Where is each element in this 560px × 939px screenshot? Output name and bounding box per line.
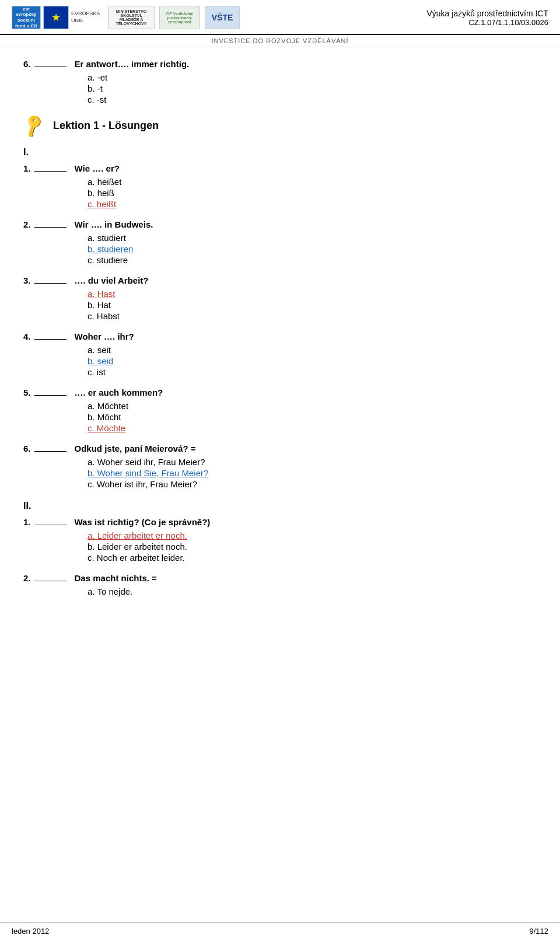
q2-number: 2. xyxy=(23,219,31,229)
q4-answer-b: b. seid xyxy=(88,356,537,366)
q4-blank xyxy=(34,339,66,340)
ii-q1-answers: a. Leider arbeitet er noch. b. Leider er… xyxy=(88,530,537,563)
answer-c: c. -st xyxy=(88,95,537,104)
header-code: CZ.1.07/1.1.10/03.0026 xyxy=(426,18,548,27)
q1-answer-a: a. heißet xyxy=(88,177,537,187)
ii-q2-text: Das macht nichts. = xyxy=(75,573,157,583)
ii-q1-answer-b: b. Leider er arbeitet noch. xyxy=(88,542,537,551)
intro-q6-number: 6. xyxy=(23,59,31,69)
section-I-q5: 5. …. er auch kommen? a. Möchtet b. Möch… xyxy=(23,388,537,433)
q5-header: 5. …. er auch kommen? xyxy=(23,388,537,397)
q3-answer-b: b. Hat xyxy=(88,300,537,310)
q6-answer-b: b. Woher sind Sie, Frau Meier? xyxy=(88,468,537,478)
ii-q1-text: Was ist richtig? (Co je správně?) xyxy=(75,517,211,527)
ii-q2-answer-a: a. To nejde. xyxy=(88,587,537,596)
q6-blank xyxy=(34,451,66,452)
ii-q1-number: 1. xyxy=(23,517,31,527)
q5-answer-b: b. Möcht xyxy=(88,412,537,422)
q6-header: 6. Odkud jste, paní Meierová? = xyxy=(23,444,537,453)
q5-text: …. er auch kommen? xyxy=(75,388,163,397)
ii-q2-answers: a. To nejde. xyxy=(88,587,537,596)
op-logo: OP Vzdělávánípro konkuren-ceschopnost xyxy=(159,6,200,29)
q6-answers: a. Woher seid ihr, Frau Meier? b. Woher … xyxy=(88,457,537,489)
section-II-q2: 2. Das macht nichts. = a. To nejde. xyxy=(23,573,537,596)
q5-answers: a. Möchtet b. Möcht c. Möchte xyxy=(88,401,537,433)
investice-bar: INVESTICE DO ROZVOJE VZDĚLÁVÁNÍ xyxy=(0,35,560,47)
footer-left: leden 2012 xyxy=(12,927,49,935)
intro-q6-text: Er antwort…. immer richtig. xyxy=(75,59,190,69)
q6-number: 6. xyxy=(23,444,31,453)
section-I-q2: 2. Wir …. in Budweis. a. studiert b. stu… xyxy=(23,219,537,265)
q6-text: Odkud jste, paní Meierová? = xyxy=(75,444,196,453)
q3-text: …. du viel Arbeit? xyxy=(75,275,149,285)
q5-answer-a: a. Möchtet xyxy=(88,401,537,411)
q1-number: 1. xyxy=(23,163,31,173)
intro-q6-answers: a. -et b. -t c. -st xyxy=(88,72,537,104)
eu-text: EVROPSKÁ UNIE xyxy=(71,11,103,24)
q1-answer-c: c. heißt xyxy=(88,199,537,209)
header-right: Výuka jazyků prostřednictvím ICT CZ.1.07… xyxy=(426,9,548,27)
page-footer: leden 2012 9/112 xyxy=(0,923,560,939)
q2-header: 2. Wir …. in Budweis. xyxy=(23,219,537,229)
q4-answer-c: c. ist xyxy=(88,367,537,377)
q2-answers: a. studiert b. studieren c. studiere xyxy=(88,233,537,265)
q3-blank xyxy=(34,283,66,284)
q1-text: Wie …. er? xyxy=(75,163,120,173)
section-I-q4: 4. Woher …. ihr? a. seit b. seid c. ist xyxy=(23,331,537,377)
footer-right: 9/112 xyxy=(529,927,548,935)
q6-answer-a: a. Woher seid ihr, Frau Meier? xyxy=(88,457,537,467)
ii-q2-number: 2. xyxy=(23,573,31,583)
q5-answer-c: c. Möchte xyxy=(88,423,537,433)
q2-blank xyxy=(34,227,66,228)
vste-logo: VŠTE xyxy=(205,6,240,29)
logos-container: esfevropskýsociálnífond v ČR ★ EVROPSKÁ … xyxy=(12,6,240,29)
section-I-q1: 1. Wie …. er? a. heißet b. heiß c. heißt xyxy=(23,163,537,209)
q1-answers: a. heißet b. heiß c. heißt xyxy=(88,177,537,209)
key-icon: 🔑 xyxy=(20,112,47,139)
q3-header: 3. …. du viel Arbeit? xyxy=(23,275,537,285)
ii-q1-answer-c: c. Noch er arbeitet leider. xyxy=(88,553,537,563)
section-II-q1: 1. Was ist richtig? (Co je správně?) a. … xyxy=(23,517,537,563)
ii-q1-header: 1. Was ist richtig? (Co je správně?) xyxy=(23,517,537,527)
msmt-logo: MINISTERSTVOŠKOLSTVÍ,MLÁDEŽE A TĚLOVÝCHO… xyxy=(108,6,155,29)
q3-answer-a: a. Hast xyxy=(88,289,537,299)
q2-text: Wir …. in Budweis. xyxy=(75,219,153,229)
intro-q6-blank xyxy=(34,67,66,67)
q4-answer-a: a. seit xyxy=(88,345,537,355)
q4-number: 4. xyxy=(23,331,31,341)
intro-question-6: 6. Er antwort…. immer richtig. a. -et b.… xyxy=(23,59,537,104)
q5-number: 5. xyxy=(23,388,31,397)
q1-answer-b: b. heiß xyxy=(88,188,537,198)
section-II-label: II. xyxy=(23,501,537,511)
logo-esf: esfevropskýsociálnífond v ČR ★ EVROPSKÁ … xyxy=(12,6,103,29)
esf-logo-box: esfevropskýsociálnífond v ČR xyxy=(12,6,41,29)
q4-header: 4. Woher …. ihr? xyxy=(23,331,537,341)
answer-a: a. -et xyxy=(88,72,537,82)
lektion-header: 🔑 Lektion 1 - Lösungen xyxy=(23,116,537,135)
q5-blank xyxy=(34,395,66,396)
q1-header: 1. Wie …. er? xyxy=(23,163,537,173)
lektion-title: Lektion 1 - Lösungen xyxy=(53,120,159,132)
ii-q2-header: 2. Das macht nichts. = xyxy=(23,573,537,583)
q3-number: 3. xyxy=(23,275,31,285)
main-content: 6. Er antwort…. immer richtig. a. -et b.… xyxy=(0,47,560,642)
q1-blank xyxy=(34,171,66,172)
q4-answers: a. seit b. seid c. ist xyxy=(88,345,537,377)
q3-answer-c: c. Habst xyxy=(88,311,537,321)
section-I-q6: 6. Odkud jste, paní Meierová? = a. Woher… xyxy=(23,444,537,489)
ii-q1-answer-a: a. Leider arbeitet er noch. xyxy=(88,530,537,540)
ii-q2-blank xyxy=(34,581,66,581)
ii-q1-blank xyxy=(34,525,66,525)
q4-text: Woher …. ihr? xyxy=(75,331,134,341)
section-I-q3: 3. …. du viel Arbeit? a. Hast b. Hat c. … xyxy=(23,275,537,321)
section-I-label: I. xyxy=(23,147,537,158)
page-header: esfevropskýsociálnífond v ČR ★ EVROPSKÁ … xyxy=(0,0,560,35)
q3-answers: a. Hast b. Hat c. Habst xyxy=(88,289,537,321)
answer-b: b. -t xyxy=(88,83,537,93)
q2-answer-c: c. studiere xyxy=(88,255,537,265)
q6-answer-c: c. Woher ist ihr, Frau Meier? xyxy=(88,479,537,489)
q2-answer-a: a. studiert xyxy=(88,233,537,243)
intro-q6-header: 6. Er antwort…. immer richtig. xyxy=(23,59,537,69)
q2-answer-b: b. studieren xyxy=(88,244,537,254)
header-title: Výuka jazyků prostřednictvím ICT xyxy=(426,9,548,18)
